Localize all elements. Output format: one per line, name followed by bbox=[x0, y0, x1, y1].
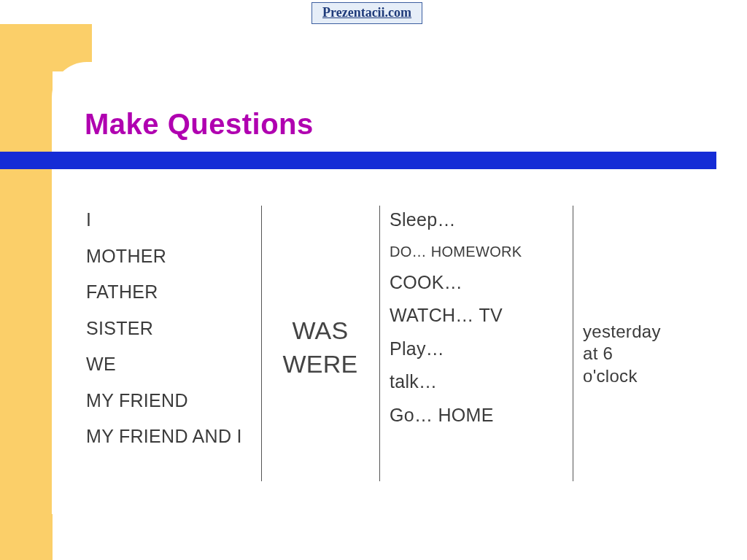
action-item: DO… HOMEWORK bbox=[390, 244, 573, 260]
aux-item: WAS bbox=[292, 317, 348, 344]
subject-item: MY FRIEND bbox=[86, 391, 261, 411]
column-time: yesterday at 6 o'clock bbox=[573, 206, 682, 501]
action-item: Sleep… bbox=[390, 210, 573, 230]
subject-item: MOTHER bbox=[86, 246, 261, 267]
action-item: talk… bbox=[390, 372, 573, 392]
subject-item: I bbox=[86, 210, 261, 230]
action-item: Play… bbox=[390, 339, 573, 359]
subject-item: SISTER bbox=[86, 319, 261, 339]
action-item: COOK… bbox=[390, 273, 573, 293]
slide-stage: Prezentacii.com Make Questions I MOTHER … bbox=[0, 0, 747, 560]
column-aux-verbs: WAS WERE bbox=[261, 206, 379, 501]
aux-item: WERE bbox=[282, 351, 357, 378]
subject-item: FATHER bbox=[86, 282, 261, 303]
column-subjects: I MOTHER FATHER SISTER WE MY FRIEND MY F… bbox=[86, 206, 261, 501]
time-item: yesterday bbox=[583, 322, 682, 341]
slide-title: Make Questions bbox=[85, 108, 314, 141]
action-item: Go… HOME bbox=[390, 405, 573, 426]
subject-item: MY FRIEND AND I bbox=[86, 427, 261, 447]
source-link[interactable]: Prezentacii.com bbox=[311, 2, 422, 24]
subject-item: WE bbox=[86, 354, 261, 375]
time-item: at 6 bbox=[583, 344, 682, 363]
column-actions: Sleep… DO… HOMEWORK COOK… WATCH… TV Play… bbox=[379, 206, 573, 501]
action-item: WATCH… TV bbox=[390, 306, 573, 326]
title-underline-bar bbox=[0, 152, 716, 169]
decor-yellow-side bbox=[0, 24, 53, 560]
question-builder-table: I MOTHER FATHER SISTER WE MY FRIEND MY F… bbox=[86, 206, 670, 501]
time-item: o'clock bbox=[583, 367, 682, 386]
